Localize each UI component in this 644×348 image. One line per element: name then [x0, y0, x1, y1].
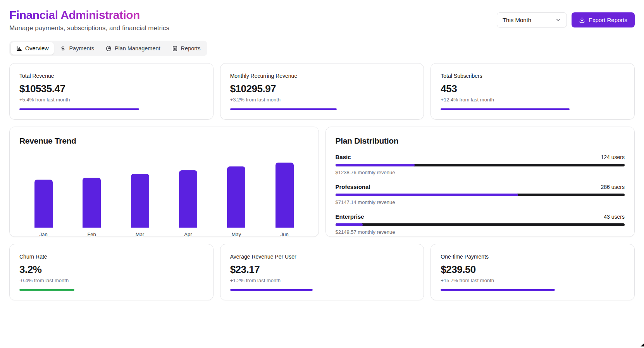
plan-progress-fill: [336, 164, 415, 166]
stat-card-one-time-payments: One-time Payments $239.50 +15.7% from la…: [430, 244, 635, 300]
stat-change: +12.4% from last month: [441, 97, 625, 103]
tab-plan-management-label: Plan Management: [115, 45, 160, 51]
plan-users-count: 286 users: [601, 184, 625, 190]
tab-plan-management[interactable]: Plan Management: [100, 42, 166, 55]
financial-admin-page: Financial Administration Manage payments…: [0, 0, 644, 300]
tab-reports-label: Reports: [181, 45, 201, 51]
stat-card-mrr: Monthly Recurring Revenue $10295.97 +3.2…: [220, 63, 424, 120]
plan-row-professional: Professional 286 users $7147.14 monthly …: [336, 183, 625, 205]
chart-bar-feb: [83, 178, 101, 228]
x-label: Apr: [179, 231, 197, 237]
stat-cards-row: Total Revenue $10535.47 +5.4% from last …: [9, 63, 635, 120]
chart-bar-jan: [34, 180, 53, 228]
header-controls: This Month Export Reports: [497, 12, 635, 27]
stat-meter-bar: [230, 108, 337, 110]
stat-label: Total Revenue: [19, 73, 203, 79]
tab-overview-label: Overview: [25, 45, 48, 51]
x-label: May: [227, 231, 245, 237]
plan-progress-track: [336, 194, 625, 196]
plan-distribution-panel: Plan Distribution Basic 124 users $1238.…: [325, 127, 635, 237]
stat-card-arpu: Average Revenue Per User $23.17 +1.2% fr…: [220, 244, 424, 300]
plan-name: Enterprise: [336, 213, 364, 220]
stat-label: Churn Rate: [19, 254, 203, 260]
tab-overview[interactable]: Overview: [11, 42, 54, 55]
plan-distribution-title: Plan Distribution: [336, 136, 625, 146]
receipt-icon: [172, 46, 178, 51]
tabbar: Overview Payments Plan Management Report…: [9, 41, 207, 56]
stat-meter-bar: [19, 289, 74, 291]
page-title: Financial Administration: [9, 9, 140, 22]
stat-card-total-revenue: Total Revenue $10535.47 +5.4% from last …: [9, 63, 214, 120]
bar-chart-icon: [16, 46, 22, 51]
stat-value: 453: [441, 83, 625, 95]
plan-name: Professional: [336, 183, 370, 190]
plan-monthly-revenue: $2149.57 monthly revenue: [336, 229, 625, 235]
plan-name: Basic: [336, 154, 351, 160]
stat-meter-bar: [441, 289, 554, 291]
plan-progress-fill: [336, 194, 518, 196]
bottom-stat-cards-row: Churn Rate 3.2% -0.4% from last month Av…: [9, 244, 635, 300]
chart-bar-may: [227, 166, 245, 228]
pie-chart-icon: [106, 46, 112, 51]
stat-change: -0.4% from last month: [19, 278, 203, 283]
plan-row-head: Enterprise 43 users: [336, 213, 625, 220]
dollar-icon: [60, 46, 66, 51]
stat-value: 3.2%: [19, 264, 203, 276]
revenue-trend-x-labels: Jan Feb Mar Apr May Jun: [19, 231, 309, 237]
export-reports-button[interactable]: Export Reports: [572, 12, 635, 27]
stat-change: +3.2% from last month: [230, 97, 414, 103]
stat-label: Monthly Recurring Revenue: [230, 73, 414, 79]
stat-label: Total Subscribers: [441, 73, 625, 79]
x-label: Feb: [83, 231, 101, 237]
plan-row-head: Professional 286 users: [336, 183, 625, 190]
stat-card-churn-rate: Churn Rate 3.2% -0.4% from last month: [9, 244, 214, 300]
stat-change: +1.2% from last month: [230, 278, 414, 283]
tab-payments-label: Payments: [69, 45, 94, 51]
plan-monthly-revenue: $1238.76 monthly revenue: [336, 170, 625, 175]
plan-row-basic: Basic 124 users $1238.76 monthly revenue: [336, 154, 625, 175]
x-label: Jun: [276, 231, 294, 237]
plan-progress-fill: [336, 223, 363, 226]
chart-bar-jun: [276, 163, 294, 228]
stat-value: $10535.47: [19, 83, 203, 95]
stat-label: Average Revenue Per User: [230, 254, 414, 260]
plan-users-count: 43 users: [604, 214, 625, 220]
export-reports-label: Export Reports: [589, 17, 627, 23]
period-select[interactable]: This Month: [497, 12, 567, 27]
stat-value: $23.17: [230, 264, 414, 276]
chevron-down-icon: [555, 17, 561, 23]
chart-bar-apr: [179, 170, 197, 228]
plan-row-enterprise: Enterprise 43 users $2149.57 monthly rev…: [336, 213, 625, 235]
chart-bar-mar: [131, 174, 149, 228]
stat-card-total-subscribers: Total Subscribers 453 +12.4% from last m…: [430, 63, 635, 120]
stat-change: +15.7% from last month: [441, 278, 625, 283]
page-header: Financial Administration Manage payments…: [9, 9, 635, 32]
x-label: Mar: [131, 231, 149, 237]
x-label: Jan: [34, 231, 53, 237]
page-subtitle: Manage payments, subscriptions, and fina…: [9, 24, 169, 32]
plan-progress-track: [336, 164, 625, 166]
stat-meter-bar: [441, 108, 569, 110]
revenue-trend-chart: [19, 163, 309, 228]
header-titles: Financial Administration Manage payments…: [9, 9, 169, 32]
download-icon: [579, 17, 585, 23]
revenue-trend-panel: Revenue Trend Jan Feb Mar Apr May Jun: [9, 127, 319, 237]
stat-value: $239.50: [441, 264, 625, 276]
mouse-cursor: [641, 341, 644, 348]
period-select-value: This Month: [503, 17, 531, 23]
charts-row: Revenue Trend Jan Feb Mar Apr May Jun Pl…: [9, 127, 635, 237]
plan-users-count: 124 users: [601, 154, 625, 160]
stat-meter-bar: [230, 289, 313, 291]
stat-change: +5.4% from last month: [19, 97, 203, 103]
plan-monthly-revenue: $7147.14 monthly revenue: [336, 199, 625, 205]
tab-reports[interactable]: Reports: [167, 42, 206, 55]
plan-row-head: Basic 124 users: [336, 154, 625, 160]
revenue-trend-title: Revenue Trend: [19, 136, 309, 146]
stat-label: One-time Payments: [441, 254, 625, 260]
plan-progress-track: [336, 223, 625, 226]
stat-meter-bar: [19, 108, 139, 110]
tab-payments[interactable]: Payments: [55, 42, 99, 55]
stat-value: $10295.97: [230, 83, 414, 95]
